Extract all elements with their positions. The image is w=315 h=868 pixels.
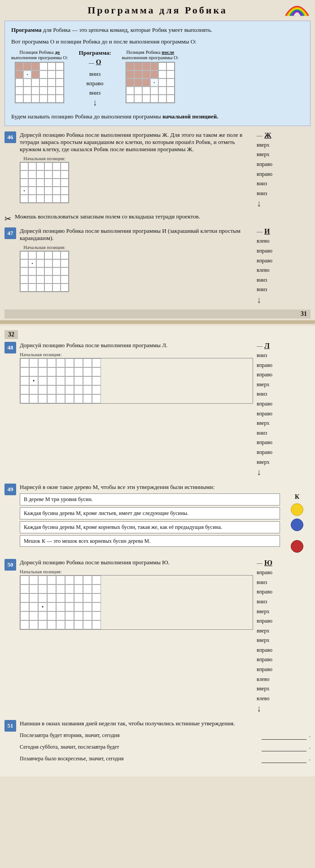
ex48-grid: • xyxy=(20,358,253,404)
cell xyxy=(15,70,23,79)
stmt2: Каждая бусина дерева М, кроме листьев, и… xyxy=(20,507,280,519)
cell xyxy=(15,62,23,70)
page-1: Программа для Робика Программа для Робик… xyxy=(0,0,315,318)
cell xyxy=(39,79,48,87)
ex46-prog-header: — Ж xyxy=(257,131,271,140)
right-grid xyxy=(126,62,175,103)
fill-text-1: Послезавтра будет вторник, значит, сегод… xyxy=(20,732,259,739)
ex47-program: — И влевовправовправовлевовнизвниз ↓ xyxy=(257,227,311,305)
ex50-prog-name: Ю xyxy=(264,559,272,567)
left-grid-container: Позиция Робика довыполнения программы О: xyxy=(11,49,68,103)
bead-yellow xyxy=(291,503,303,516)
ex46-grid xyxy=(20,162,69,203)
intro-line2: Вот программа О и позиции Робика до и по… xyxy=(11,37,304,46)
ex47-content: Дорисуй позицию Робика после вы­полнения… xyxy=(20,227,253,292)
ex47-grid xyxy=(20,251,69,292)
ex48-row: 48 Дорисуй позицию Робика после выполнен… xyxy=(4,342,311,477)
ex47-text: Дорисуй позицию Робика после вы­полнения… xyxy=(20,227,253,242)
cell xyxy=(142,79,150,87)
program-info: Программа: — О внизвправовниз ↓ xyxy=(77,49,113,108)
ex46-start-grid: Начальная позиция: xyxy=(20,156,69,203)
fill-input-2[interactable] xyxy=(262,742,306,751)
cell xyxy=(166,70,175,79)
cell xyxy=(48,79,56,87)
cell xyxy=(23,79,31,87)
ex46-prog-steps: вверхвверхвправовправовнизвниз xyxy=(257,140,272,199)
ex50-prog-header: — Ю xyxy=(257,559,272,567)
cell xyxy=(56,79,64,87)
ex48-arrow: ↓ xyxy=(257,467,261,477)
intro-line1: Программа для Робика — это цепочка коман… xyxy=(11,26,304,35)
program-name-o: О xyxy=(96,58,101,66)
fill-input-1[interactable] xyxy=(262,731,306,740)
exercise-50: 50 Дорисуй позицию Робика после выполнен… xyxy=(4,559,311,714)
cell xyxy=(126,79,134,87)
ex51-text: Напиши в окнах названия дней недели так,… xyxy=(20,720,311,727)
ex50-text: Дорисуй позицию Робика после выполнения … xyxy=(20,559,253,566)
cell xyxy=(134,87,142,95)
cell xyxy=(158,95,166,103)
ex46-text: Дорисуй позицию Робика после вы­полнения… xyxy=(20,131,253,153)
cell xyxy=(142,70,150,79)
stmt3: Каждая бусина дерева М, кроме корневых б… xyxy=(20,521,280,533)
cell xyxy=(23,95,31,103)
ex50-prog-steps: вправовнизвправовнизвверхвправовверхввер… xyxy=(257,568,272,703)
cell xyxy=(39,87,48,95)
cell xyxy=(23,62,31,70)
ex-num-51: 51 xyxy=(4,720,16,732)
cell xyxy=(39,62,48,70)
ex48-content: Дорисуй позицию Робика после выполнения … xyxy=(20,342,253,404)
ex48-prog-steps: внизвправовправовверхвнизвправовправовве… xyxy=(257,351,272,467)
ex47-prog-header: — И xyxy=(257,227,270,236)
cell xyxy=(166,87,175,95)
fill-input-3[interactable] xyxy=(262,754,306,763)
ex49-beads: К xyxy=(284,493,311,553)
ex50-start-label: Начальная позиция: xyxy=(20,569,253,574)
cell xyxy=(158,62,166,70)
stmt4: Мешок К — это мешок всех корневых бусин … xyxy=(20,535,280,547)
cell xyxy=(166,95,175,103)
cell xyxy=(158,79,166,87)
cell xyxy=(134,70,142,79)
fill-text-2: Сегодня суббота, значит, послезавтра буд… xyxy=(20,744,259,750)
program-steps: внизвправовниз xyxy=(87,70,104,97)
exercise-48: 48 Дорисуй позицию Робика после выполнен… xyxy=(4,342,311,477)
ex47-prog-steps: влевовправовправовлевовнизвниз xyxy=(257,236,272,295)
page-title: Программа для Робика xyxy=(4,4,311,16)
cell xyxy=(31,95,39,103)
cell xyxy=(150,95,158,103)
cell xyxy=(39,70,48,79)
cell xyxy=(142,95,150,103)
cell-dot xyxy=(150,79,158,87)
fill-row-2: Сегодня суббота, значит, послезавтра буд… xyxy=(20,742,311,751)
ex46-start-label: Начальная позиция: xyxy=(23,156,66,161)
fill-row-1: Послезавтра будет вторник, значит, сегод… xyxy=(20,731,311,740)
ex49-row: 49 Нарисуй в окне такое дерево М, чтобы … xyxy=(4,484,311,553)
ex48-text: Дорисуй позицию Робика после выполнения … xyxy=(20,342,253,349)
intro-box: Программа для Робика — это цепочка коман… xyxy=(4,21,311,126)
left-grid-label: Позиция Робика довыполнения программы О: xyxy=(11,49,68,60)
ex51-content: Напиши в окнах названия дней недели так,… xyxy=(20,720,311,766)
cell xyxy=(142,87,150,95)
ex46-arrow: ↓ xyxy=(257,198,261,209)
exercise-46: 46 Дорисуй позицию Робика после вы­полне… xyxy=(4,131,311,209)
page-num-32: 32 xyxy=(4,330,18,339)
cell xyxy=(134,62,142,70)
ex49-text: Нарисуй в окне такое дерево М, чтобы все… xyxy=(20,484,311,491)
cell xyxy=(56,62,64,70)
cell xyxy=(142,62,150,70)
ex50-grid-area: Начальная позиция: • xyxy=(20,569,253,630)
cell xyxy=(15,95,23,103)
ex47-prog-name: И xyxy=(264,227,270,236)
ex47-grids: Начальная позиция: xyxy=(20,244,253,292)
cell xyxy=(158,87,166,95)
cell xyxy=(23,87,31,95)
ex-num-50: 50 xyxy=(4,559,16,571)
ex49-content: Нарисуй в окне такое дерево М, чтобы все… xyxy=(20,484,311,553)
scissor-icon: ✂ xyxy=(4,214,11,224)
cell xyxy=(56,70,64,79)
cell xyxy=(134,79,142,87)
ex50-row: 50 Дорисуй позицию Робика после выполнен… xyxy=(4,559,311,714)
ex-num-47: 47 xyxy=(4,227,16,239)
ex46-content: Дорисуй позицию Робика после вы­полнения… xyxy=(20,131,253,203)
